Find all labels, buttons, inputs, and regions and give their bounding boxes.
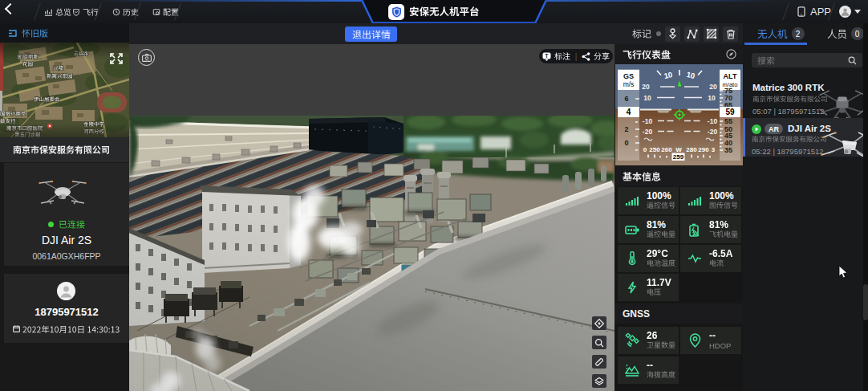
svg-text:0: 0 [624, 139, 628, 147]
svg-text:259: 259 [673, 153, 684, 161]
svg-text:3: 3 [712, 146, 716, 153]
svg-text:290: 290 [698, 146, 709, 153]
svg-text:260: 260 [661, 146, 672, 153]
svg-text:0: 0 [643, 146, 647, 153]
svg-text:35: 35 [724, 146, 732, 154]
svg-text:GS: GS [623, 72, 634, 80]
svg-text:-10: -10 [643, 117, 653, 125]
svg-text:4: 4 [627, 108, 631, 116]
svg-text:2: 2 [624, 125, 628, 133]
svg-text:280: 280 [686, 146, 697, 153]
svg-text:59: 59 [725, 108, 735, 116]
svg-text:6: 6 [624, 95, 628, 103]
svg-text:10: 10 [643, 94, 651, 102]
svg-text:W: W [675, 146, 682, 153]
svg-text:-20: -20 [708, 128, 718, 136]
svg-text:20: 20 [642, 83, 650, 91]
svg-text:T: T [545, 53, 549, 59]
svg-text:-20: -20 [643, 128, 653, 136]
svg-text:250: 250 [649, 146, 660, 153]
svg-text:10: 10 [686, 70, 696, 80]
svg-text:10: 10 [708, 94, 716, 102]
svg-text:20: 20 [709, 83, 717, 91]
svg-text:ALT: ALT [724, 72, 737, 80]
svg-text:10: 10 [663, 70, 674, 80]
svg-text:m/s: m/s [623, 80, 635, 88]
svg-text:-10: -10 [708, 117, 718, 125]
svg-text:55: 55 [724, 117, 732, 125]
